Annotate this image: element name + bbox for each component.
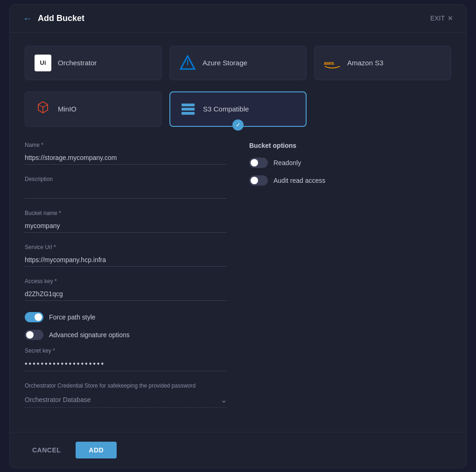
credential-store-label: Orchestrator Credential Store for safeke… <box>25 382 227 389</box>
force-path-style-row: Force path style <box>25 312 227 322</box>
secret-key-input[interactable] <box>25 357 227 371</box>
readonly-row: Readonly <box>249 158 451 168</box>
azure-label: Azure Storage <box>203 59 247 67</box>
audit-read-track <box>249 175 268 186</box>
name-input[interactable] <box>25 151 227 165</box>
orchestrator-label: Orchestrator <box>58 59 97 67</box>
svg-text:aws: aws <box>324 59 335 65</box>
svg-rect-5 <box>182 112 195 115</box>
force-path-style-thumb <box>35 313 42 321</box>
access-key-label: Access key * <box>25 278 227 285</box>
readonly-track <box>249 158 268 168</box>
advanced-sig-track <box>25 330 43 340</box>
storage-option-orchestrator[interactable]: Ui Orchestrator <box>25 46 162 80</box>
cancel-button[interactable]: CANCEL <box>25 442 68 458</box>
amazon-label: Amazon S3 <box>347 59 384 67</box>
selected-check-icon: ✓ <box>232 119 244 131</box>
audit-read-row: Audit read access <box>249 175 451 186</box>
s3c-icon <box>180 101 196 118</box>
storage-options-row1: Ui Orchestrator Azure Storage aws <box>25 46 451 80</box>
service-url-field-group: Service Url * <box>25 244 227 267</box>
secret-key-label: Secret key * <box>25 347 227 354</box>
secret-key-field-group: Secret key * <box>25 347 227 371</box>
readonly-label: Readonly <box>273 159 301 167</box>
minio-icon <box>35 101 51 118</box>
advanced-sig-row: Advanced signature options <box>25 330 227 340</box>
bucket-options-title: Bucket options <box>249 142 451 149</box>
bucket-name-field-group: Bucket name * <box>25 210 227 233</box>
advanced-sig-toggle[interactable] <box>25 330 43 340</box>
audit-read-label: Audit read access <box>273 177 325 184</box>
credential-store-value: Orchestrator Database <box>25 396 91 403</box>
service-url-label: Service Url * <box>25 244 227 250</box>
access-key-input[interactable] <box>25 287 227 301</box>
exit-label: EXIT <box>430 14 445 22</box>
modal-footer: CANCEL ADD <box>10 432 466 468</box>
add-bucket-modal: ← Add Bucket EXIT ✕ Ui Orchestrator <box>9 4 467 468</box>
aws-icon: aws <box>324 55 341 71</box>
svg-rect-3 <box>182 104 195 106</box>
add-button[interactable]: ADD <box>76 442 117 458</box>
access-key-field-group: Access key * <box>25 278 227 301</box>
minio-label: MinIO <box>58 105 77 113</box>
audit-read-toggle[interactable] <box>249 175 268 186</box>
advanced-sig-label: Advanced signature options <box>49 331 130 339</box>
storage-option-s3compatible[interactable]: S3 Compatible ✓ <box>169 91 307 127</box>
bucket-name-label: Bucket name * <box>25 210 227 216</box>
s3compatible-label: S3 Compatible <box>203 105 249 113</box>
force-path-style-track <box>25 312 43 322</box>
readonly-toggle[interactable] <box>249 158 268 168</box>
service-url-input[interactable] <box>25 253 227 267</box>
storage-option-minio[interactable]: MinIO <box>25 91 162 127</box>
readonly-thumb <box>251 159 258 167</box>
advanced-sig-thumb <box>26 331 34 339</box>
modal-body: Ui Orchestrator Azure Storage aws <box>10 33 466 432</box>
force-path-style-toggle[interactable] <box>25 312 43 322</box>
empty-slot <box>314 91 451 127</box>
modal-header: ← Add Bucket EXIT ✕ <box>10 5 466 33</box>
credential-store-select[interactable]: Orchestrator Database ⌄ <box>25 393 227 408</box>
chevron-down-icon: ⌄ <box>221 396 227 404</box>
storage-option-amazon[interactable]: aws Amazon S3 <box>314 46 451 80</box>
modal-title: Add Bucket <box>38 14 84 23</box>
description-input[interactable] <box>25 185 227 199</box>
back-arrow-icon[interactable]: ← <box>23 13 32 24</box>
azure-icon <box>179 55 196 71</box>
svg-rect-4 <box>182 108 195 111</box>
bucket-name-input[interactable] <box>25 219 227 233</box>
force-path-style-label: Force path style <box>49 313 96 321</box>
name-field-group: Name * <box>25 142 227 165</box>
storage-option-azure[interactable]: Azure Storage <box>169 46 307 80</box>
description-label: Description <box>25 176 227 182</box>
storage-options-row2: MinIO S3 Compatible ✓ <box>25 91 451 127</box>
close-icon: ✕ <box>448 14 453 22</box>
header-left: ← Add Bucket <box>23 13 84 24</box>
audit-read-thumb <box>251 177 258 184</box>
form-right: Bucket options Readonly <box>249 142 451 419</box>
description-field-group: Description <box>25 176 227 199</box>
exit-button[interactable]: EXIT ✕ <box>430 14 453 22</box>
form-section: Name * Description Bucket name * Service… <box>25 142 451 419</box>
ui-icon: Ui <box>35 55 51 71</box>
name-label: Name * <box>25 142 227 148</box>
credential-store-group: Orchestrator Credential Store for safeke… <box>25 382 227 408</box>
form-left: Name * Description Bucket name * Service… <box>25 142 227 419</box>
